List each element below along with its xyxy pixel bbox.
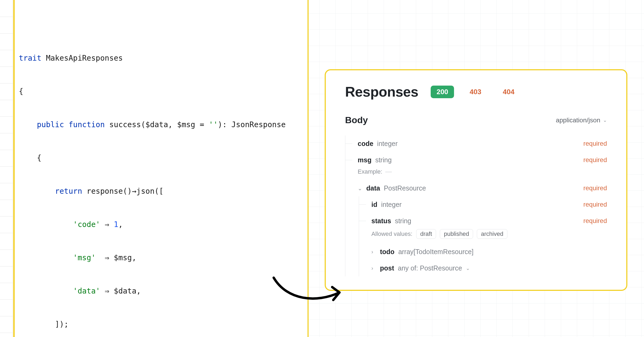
editor-gutter [0, 0, 13, 337]
code-line: 'code' ⇒ 1, [19, 216, 308, 233]
required-badge: required [583, 140, 607, 147]
string-empty: '' [209, 120, 218, 129]
fat-arrow: ⇒ [100, 287, 114, 295]
schema-row-msg: msg string required [345, 152, 607, 168]
responses-title: Responses [345, 84, 418, 100]
body-heading-row: Body application/json ⌄ [345, 115, 607, 125]
code-line: return response()→json([ [19, 183, 308, 200]
body-heading: Body [345, 115, 368, 125]
code-line: 'data' ⇒ $data, [19, 283, 308, 299]
comma: , [132, 253, 136, 262]
close-array: ]); [55, 320, 69, 329]
call-json: json([ [136, 187, 163, 196]
type-jsonresponse: JsonResponse [231, 120, 286, 129]
prop-name: code [358, 140, 373, 148]
code-line: trait MakesApiResponses [19, 50, 308, 67]
status-200-tab[interactable]: 200 [431, 86, 454, 98]
prop-type: array[TodoItemResource] [398, 248, 474, 256]
prop-name: post [380, 264, 394, 272]
comma: , [168, 120, 177, 129]
arrow-op: → [132, 187, 136, 196]
comma: , [136, 287, 141, 295]
prop-name: data [366, 184, 380, 192]
content-type-value: application/json [556, 116, 600, 124]
var-data: $data [114, 287, 136, 295]
status-404-tab[interactable]: 404 [497, 86, 520, 98]
chevron-down-icon: ⌄ [358, 185, 363, 192]
schema-tree: code integer required msg string require… [345, 135, 607, 276]
enum-pill: archived [477, 229, 507, 239]
enum-pill: draft [416, 229, 436, 239]
schema-row-data[interactable]: ⌄ data PostResource required [345, 180, 607, 196]
example-label: Example: [345, 168, 607, 180]
change-marker [13, 0, 15, 337]
prop-type: any of: PostResource [398, 264, 462, 272]
allowed-values-row: Allowed values: draft published archived [359, 229, 607, 244]
nested-group: id integer required status string requir… [359, 196, 607, 276]
chevron-down-icon: ⌄ [603, 117, 607, 123]
trait-name: MakesApiResponses [41, 54, 123, 63]
var-data: $data [145, 120, 168, 129]
prop-type: PostResource [384, 184, 426, 192]
keyword-trait: trait [19, 54, 41, 63]
call-response: response() [82, 187, 132, 196]
prop-name: todo [380, 248, 394, 256]
literal-one: 1 [114, 220, 118, 229]
var-msg: $msg [177, 120, 195, 129]
code-editor: trait MakesApiResponses { public functio… [0, 0, 309, 337]
key-code: 'code' [73, 220, 100, 229]
fat-arrow: ⇒ [100, 220, 114, 229]
code-line: { [19, 83, 308, 100]
code-line: public function success($data, $msg = ''… [19, 116, 308, 133]
chevron-down-icon: ⌄ [466, 265, 470, 271]
required-badge: required [583, 156, 607, 164]
chevron-right-icon: › [371, 265, 376, 271]
method-success: success [105, 120, 141, 129]
prop-name: msg [358, 156, 371, 164]
schema-row-id: id integer required [359, 196, 607, 213]
prop-type: integer [381, 201, 401, 208]
prop-type: string [395, 217, 411, 225]
brace: { [19, 87, 23, 96]
required-badge: required [583, 184, 607, 192]
schema-row-status: status string required [359, 213, 607, 229]
responses-panel: Responses 200 403 404 Body application/j… [325, 69, 627, 291]
close-colon: ): [218, 120, 232, 129]
enum-pill: published [440, 229, 473, 239]
chevron-right-icon: › [371, 249, 376, 255]
prop-name: status [371, 217, 391, 225]
example-placeholder-icon [386, 172, 391, 172]
required-badge: required [583, 201, 607, 208]
example-text: Example: [358, 168, 382, 175]
allowed-values-label: Allowed values: [371, 230, 412, 237]
keyword-return: return [55, 187, 82, 196]
brace: { [37, 153, 41, 162]
prop-type: string [375, 156, 391, 164]
prop-name: id [371, 201, 377, 208]
prop-type: integer [377, 140, 397, 148]
schema-row-todo[interactable]: › todo array[TodoItemResource] [359, 244, 607, 260]
comma: , [118, 220, 123, 229]
responses-header: Responses 200 403 404 [345, 84, 607, 100]
keyword-public: public [37, 120, 64, 129]
code-line: 'msg' ⇒ $msg, [19, 250, 308, 266]
code-line: ]); [19, 316, 308, 333]
schema-row-code: code integer required [345, 135, 607, 152]
key-data: 'data' [73, 287, 100, 295]
schema-row-post[interactable]: › post any of: PostResource ⌄ [359, 260, 607, 276]
status-403-tab[interactable]: 403 [464, 86, 487, 98]
key-msg: 'msg' [73, 253, 96, 262]
required-badge: required [583, 217, 607, 225]
fat-arrow: ⇒ [96, 253, 114, 262]
var-msg: $msg [114, 253, 132, 262]
keyword-function: function [68, 120, 105, 129]
status-codes: 200 403 404 [431, 86, 520, 98]
paren: ( [141, 120, 145, 129]
content-type-select[interactable]: application/json ⌄ [556, 116, 607, 124]
equals: = [195, 120, 209, 129]
code-line: { [19, 150, 308, 166]
